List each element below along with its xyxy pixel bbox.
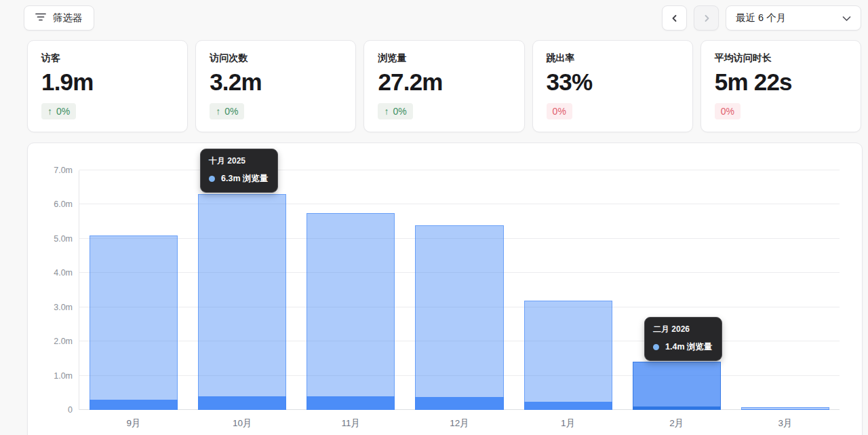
stat-label: 平均访问时长 [715, 52, 847, 64]
x-axis-tick-label: 1月 [561, 417, 575, 430]
y-axis-tick-label: 0 [68, 405, 73, 415]
stat-card-visit-duration[interactable]: 平均访问时长 5m 22s 0% [701, 40, 861, 132]
bar-slot-12月: 12月 [405, 170, 513, 410]
stat-change-value: 0% [721, 106, 734, 117]
plot-area: 01.0m2.0m3.0m4.0m5.0m6.0m7.0m9月10月11月12月… [79, 170, 840, 410]
pageviews-bar-1月[interactable] [524, 301, 612, 410]
bar-slot-10月: 10月 [188, 170, 296, 410]
bar-slot-3月: 3月 [731, 170, 840, 410]
stat-change-value: 0% [224, 106, 238, 117]
filter-icon [35, 12, 46, 24]
stat-change-badge: 0% [547, 103, 572, 119]
date-range-select[interactable]: 最近 6 个月 [726, 5, 861, 31]
pageviews-bar-dark-segment-9月 [90, 400, 178, 410]
chevron-left-icon [671, 14, 679, 22]
stat-label: 访问次数 [210, 52, 342, 64]
pageviews-bar-2月[interactable] [633, 362, 721, 410]
x-axis-tick-label: 11月 [342, 417, 361, 430]
stat-card-pageviews[interactable]: 浏览量 27.2m ↑0% [363, 40, 524, 132]
y-axis-tick-label: 6.0m [54, 200, 73, 209]
stat-change-value: 0% [553, 106, 566, 117]
y-axis-tick-label: 3.0m [54, 303, 73, 312]
x-axis-tick-label: 12月 [450, 417, 469, 430]
topbar-right-group: 最近 6 个月 [662, 5, 861, 31]
stat-label: 访客 [41, 52, 174, 64]
stat-value: 5m 22s [715, 69, 847, 96]
pageviews-bar-11月[interactable] [307, 213, 395, 410]
arrow-up-icon: ↑ [216, 106, 220, 117]
stat-change-badge: 0% [715, 103, 741, 119]
tooltip-value: 1.4m 浏览量 [665, 341, 712, 353]
next-period-button[interactable] [694, 5, 719, 31]
arrow-up-icon: ↑ [47, 106, 52, 117]
stat-change-badge: ↑0% [378, 103, 412, 119]
y-axis-tick-label: 5.0m [54, 234, 73, 244]
pageviews-bar-dark-segment-1月 [524, 402, 612, 410]
stat-value: 1.9m [41, 69, 174, 96]
bar-slot-9月: 9月 [79, 170, 188, 410]
stat-label: 浏览量 [378, 52, 510, 64]
chevron-down-icon [842, 13, 851, 24]
stat-value: 3.2m [210, 69, 342, 96]
y-axis-tick-label: 4.0m [54, 268, 73, 278]
topbar: 筛选器 最近 6 个月 [7, 5, 861, 31]
pageviews-bar-dark-segment-12月 [415, 397, 503, 410]
tooltip-title: 十月 2025 [209, 155, 268, 167]
y-axis-tick-label: 2.0m [54, 337, 73, 346]
tooltip-row: 1.4m 浏览量 [653, 341, 712, 353]
pageviews-bar-dark-segment-2月 [633, 406, 721, 410]
stat-card-visits[interactable]: 访问次数 3.2m ↑0% [195, 40, 356, 132]
filter-button[interactable]: 筛选器 [24, 5, 94, 31]
x-axis-tick-label: 2月 [669, 417, 684, 430]
stat-value: 33% [547, 69, 679, 96]
stats-row: 访客 1.9m ↑0% 访问次数 3.2m ↑0% 浏览量 27.2m ↑0% … [27, 40, 861, 132]
pageviews-bar-dark-segment-3月 [741, 409, 829, 410]
pageviews-bar-dark-segment-10月 [198, 396, 286, 410]
chart-tooltip-february: 二月 2026 1.4m 浏览量 [644, 317, 722, 361]
filter-button-label: 筛选器 [53, 12, 83, 24]
chart-tooltip-october: 十月 2025 6.3m 浏览量 [200, 149, 278, 193]
stat-change-value: 0% [393, 106, 406, 117]
stat-change-badge: ↑0% [41, 103, 76, 119]
stat-value: 27.2m [378, 69, 510, 96]
date-range-value: 最近 6 个月 [736, 12, 786, 24]
stat-card-visitors[interactable]: 访客 1.9m ↑0% [27, 40, 188, 132]
tooltip-title: 二月 2026 [653, 324, 712, 335]
pageviews-bar-9月[interactable] [90, 235, 178, 410]
x-axis-tick-label: 10月 [233, 417, 252, 430]
tooltip-row: 6.3m 浏览量 [209, 173, 268, 185]
series-dot-icon [653, 344, 659, 350]
chart-card: 01.0m2.0m3.0m4.0m5.0m6.0m7.0m9月10月11月12月… [27, 143, 863, 435]
pageviews-bar-12月[interactable] [415, 225, 503, 410]
x-axis-tick-label: 9月 [127, 417, 141, 430]
stat-label: 跳出率 [547, 52, 679, 64]
prev-period-button[interactable] [662, 5, 687, 31]
analytics-page: 筛选器 最近 6 个月 [0, 0, 868, 435]
stat-change-badge: ↑0% [210, 103, 244, 119]
bar-slot-2月: 2月 [623, 170, 731, 410]
x-axis-tick-label: 3月 [778, 417, 792, 430]
stat-change-value: 0% [56, 106, 70, 117]
bar-slot-11月: 11月 [296, 170, 405, 410]
pageviews-bar-10月[interactable] [198, 194, 286, 410]
y-axis-tick-label: 1.0m [54, 371, 73, 381]
y-axis-tick-label: 7.0m [54, 166, 73, 175]
pageviews-bar-dark-segment-11月 [307, 396, 395, 410]
series-dot-icon [209, 176, 215, 182]
chevron-right-icon [703, 14, 711, 22]
arrow-up-icon: ↑ [384, 106, 389, 117]
stat-card-bounce-rate[interactable]: 跳出率 33% 0% [532, 40, 693, 132]
bar-slot-1月: 1月 [514, 170, 623, 410]
tooltip-value: 6.3m 浏览量 [221, 173, 268, 185]
